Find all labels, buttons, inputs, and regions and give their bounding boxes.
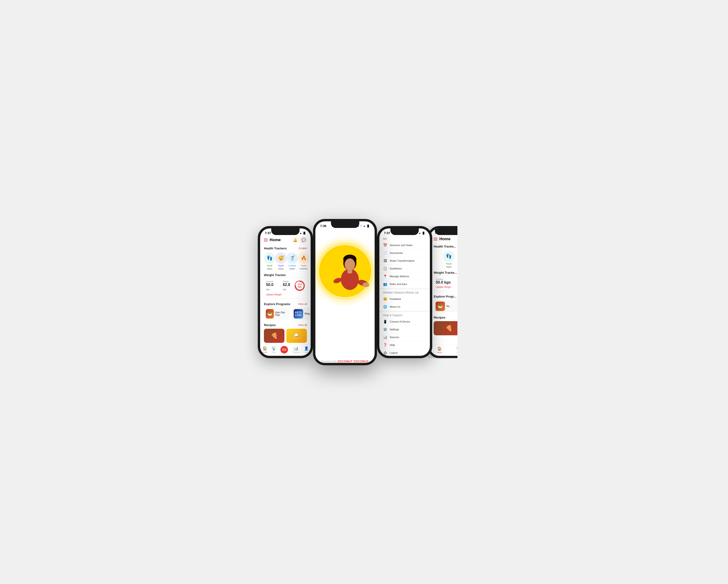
fourth-tracker-item: 👣 Track Steps bbox=[430, 249, 468, 269]
help-label: Help bbox=[390, 344, 395, 346]
health-trackers-title: Health Trackers bbox=[264, 246, 287, 250]
nav-progress[interactable]: 📊 Progress bbox=[292, 346, 300, 353]
address-icon: 📍 bbox=[383, 274, 387, 278]
health-trackers-header: Health Trackers Enable bbox=[260, 245, 311, 251]
current-value: 50.0 bbox=[266, 283, 274, 287]
powered-by: Powered By ZOCONUT ZOCONUT bbox=[321, 355, 369, 363]
home-nav-label: Home bbox=[262, 351, 267, 353]
menu-connect-device[interactable]: 📱 Connect A Device bbox=[379, 318, 430, 326]
home-title-container: Home bbox=[264, 238, 281, 242]
weight-card: Current 50.0 kgs › Target 62.8 kgs bbox=[263, 278, 308, 299]
time-fourth: 7:37 bbox=[435, 231, 441, 235]
status-icons-left: ··· ▲ ▐▌ bbox=[296, 232, 306, 234]
home-header: Home 🔔 💬 bbox=[260, 236, 311, 245]
program-keto[interactable]: 🥗 Keto Diet Plan bbox=[264, 308, 290, 320]
menu-icon[interactable] bbox=[264, 239, 268, 241]
fourth-steps-tracker: 👣 Track Steps bbox=[434, 250, 464, 268]
steps-label-top: Track bbox=[267, 265, 272, 267]
menu-documents[interactable]: 📄 Documents bbox=[379, 249, 430, 257]
tracker-steps[interactable]: 👣 Track Steps bbox=[264, 253, 275, 270]
menu-help[interactable]: ❓ Help bbox=[379, 341, 430, 349]
fourth-steps-bg: 👣 bbox=[443, 250, 454, 262]
fourth-weight-card: Current 50.0 kgs Update Weigh... bbox=[433, 275, 465, 291]
help-section-title: Help & Support bbox=[379, 312, 430, 318]
fourth-recipes-header: Recipes bbox=[430, 314, 468, 320]
tracker-calories[interactable]: 🔥 Track Calories bbox=[298, 253, 309, 270]
battery-center-icon: ▐▌ bbox=[367, 224, 370, 227]
fourth-steps-icon: 👣 bbox=[446, 254, 452, 259]
fourth-home-nav-label: Home bbox=[437, 351, 442, 353]
tracker-sleep[interactable]: 😴 Track Sleep bbox=[275, 253, 287, 270]
chef-svg bbox=[317, 243, 373, 299]
arrow-icon: › bbox=[280, 284, 281, 288]
feed-nav-label: Feed bbox=[272, 351, 276, 353]
water-icon-bg: 🥤 bbox=[287, 253, 298, 264]
center-nav-bg: 🍽 bbox=[281, 346, 288, 353]
menu-refer-earn[interactable]: 👥 Refer and Earn bbox=[379, 280, 430, 288]
menu-sources[interactable]: 📊 Sources bbox=[379, 334, 430, 341]
weight-row: Current 50.0 kgs › Target 62.8 kgs bbox=[266, 280, 305, 291]
wifi-center-icon: ▲ bbox=[363, 224, 366, 227]
fourth-current-value: 50.0 kgs bbox=[436, 280, 462, 285]
calories-label-top: Track bbox=[301, 265, 306, 267]
fourth-home-title-container: Home bbox=[434, 237, 450, 241]
status-bar-center: 7:36 ▲ ··· ▲ ▐▌ bbox=[315, 221, 374, 229]
menu-share-transformation[interactable]: 🖼 Share Transformation bbox=[379, 257, 430, 265]
nav-center[interactable]: 🍽 bbox=[281, 346, 288, 353]
phone-fourth: 7:37 ▲ ▲ ▐▌ Home Health Tracke... bbox=[427, 226, 470, 358]
sessions-icon: 📅 bbox=[383, 243, 387, 247]
recipe-1[interactable]: 🍕 bbox=[264, 329, 284, 343]
menu-manage-address[interactable]: 📍 Manage Address bbox=[379, 272, 430, 280]
fourth-steps-top: Track bbox=[446, 263, 452, 265]
programs-scroll: 🥗 Keto Diet Plan KETO LOSS Weig... bbox=[260, 307, 311, 322]
explore-programs-header: Explore Programs View all bbox=[260, 301, 311, 307]
trackers-grid: 👣 Track Steps 😴 Track Sleep 🥤 0 bbox=[260, 251, 311, 272]
target-value: 62.8 bbox=[283, 283, 290, 287]
phone-center: 7:36 ▲ ··· ▲ ▐▌ bbox=[313, 219, 377, 365]
me-nav-label: Me bbox=[305, 351, 308, 353]
menu-sessions[interactable]: 📅 Sessions and Tasks bbox=[379, 241, 430, 249]
menu-logout[interactable]: ⏻ Logout bbox=[379, 349, 430, 356]
phone-right-screen: 7:37 ▲ ▲ ▐▌ Me 📅 Sessions and Tasks 📄 Do… bbox=[379, 229, 430, 356]
wifi-fourth-icon: ▲ bbox=[457, 232, 459, 234]
recipes-view-all[interactable]: View all bbox=[298, 323, 307, 326]
explore-view-all[interactable]: View all bbox=[298, 302, 307, 305]
menu-about-us[interactable]: 🌐 About Us bbox=[379, 303, 430, 311]
fourth-weight-header: Weight Tracke... bbox=[430, 269, 468, 275]
tracker-water[interactable]: 🥤 0 Glass Water bbox=[287, 253, 298, 270]
svg-point-7 bbox=[333, 277, 342, 284]
keto-image: 🥗 bbox=[266, 309, 274, 319]
status-bar-left: 7:37 ··· ▲ ▐▌ bbox=[260, 229, 311, 236]
refer-label: Refer and Earn bbox=[390, 283, 408, 286]
fourth-explore-title: Explore Progr... bbox=[434, 295, 456, 298]
update-weight-link[interactable]: Update Weight bbox=[266, 292, 282, 297]
menu-guidelines[interactable]: 📋 Guidelines bbox=[379, 265, 430, 272]
fourth-nav-feed: 📡 Fe... bbox=[456, 346, 461, 353]
nav-feed[interactable]: 📡 Feed bbox=[271, 346, 276, 353]
bell-icon[interactable]: 🔔 bbox=[292, 237, 298, 243]
phone-left-screen: 7:37 ··· ▲ ▐▌ Home 🔔 💬 bbox=[260, 229, 311, 356]
chat-icon[interactable]: 💬 bbox=[300, 237, 307, 243]
fourth-recipes-grid: 🍕 bbox=[430, 320, 468, 337]
sessions-label: Sessions and Tasks bbox=[390, 244, 413, 246]
about-icon: 🌐 bbox=[383, 305, 387, 309]
enable-link[interactable]: Enable bbox=[299, 247, 307, 250]
nav-home[interactable]: 🏠 Home bbox=[262, 346, 267, 353]
nav-me[interactable]: 👤 Me bbox=[304, 346, 309, 353]
documents-icon: 📄 bbox=[383, 251, 387, 255]
fourth-home-header: Home bbox=[430, 236, 468, 243]
battery-fourth-icon: ▐▌ bbox=[460, 232, 463, 234]
recipe-2[interactable]: 🍛 bbox=[286, 329, 307, 343]
weight-circle: 12.8 kgs bbox=[294, 281, 305, 291]
status-icons-center: ▲ ··· ▲ ▐▌ bbox=[357, 224, 370, 227]
recipes-title: Recipes bbox=[264, 323, 276, 327]
phone-center-screen: 7:36 ▲ ··· ▲ ▐▌ bbox=[315, 221, 374, 363]
weight-name: Weig... bbox=[305, 312, 311, 315]
recipes-grid: 🍕 🍛 bbox=[260, 328, 311, 345]
program-weight[interactable]: KETO LOSS Weig... bbox=[292, 308, 311, 320]
home-title: Home bbox=[269, 238, 281, 242]
menu-feedback[interactable]: 😊 Feedback bbox=[379, 295, 430, 303]
menu-settings[interactable]: ⚙️ Settings bbox=[379, 326, 430, 334]
status-bar-right: 7:37 ▲ ▲ ▐▌ bbox=[379, 229, 430, 236]
keto-name: Keto Diet Plan bbox=[275, 311, 288, 316]
